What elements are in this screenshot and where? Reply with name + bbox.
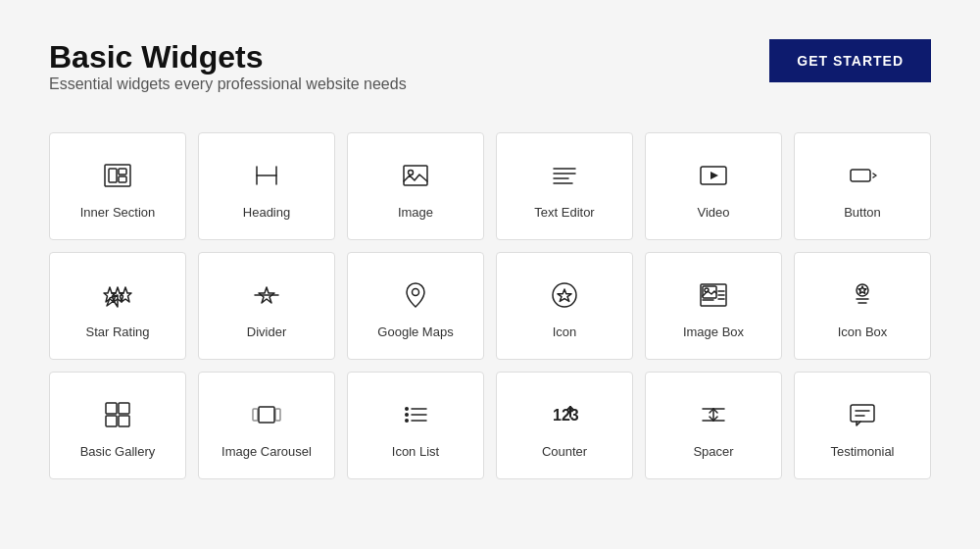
icon-list-icon bbox=[400, 399, 431, 444]
text-editor-icon bbox=[549, 160, 580, 205]
widget-card-google-maps[interactable]: Google Maps bbox=[347, 252, 484, 360]
svg-rect-38 bbox=[106, 416, 117, 426]
inner-section-label: Inner Section bbox=[80, 205, 156, 220]
widget-card-button[interactable]: Button bbox=[794, 132, 931, 240]
svg-rect-41 bbox=[253, 409, 258, 421]
page-header: Basic Widgets Essential widgets every pr… bbox=[49, 39, 931, 123]
heading-label: Heading bbox=[243, 205, 290, 220]
widget-card-inner-section[interactable]: Inner Section bbox=[49, 132, 186, 240]
svg-point-45 bbox=[405, 413, 409, 417]
svg-rect-1 bbox=[109, 169, 117, 182]
video-icon bbox=[698, 160, 729, 205]
spacer-icon bbox=[698, 399, 729, 444]
counter-icon: 123 bbox=[549, 399, 580, 444]
svg-rect-36 bbox=[106, 403, 117, 414]
widget-card-image[interactable]: Image bbox=[347, 132, 484, 240]
text-editor-label: Text Editor bbox=[534, 205, 594, 220]
widget-card-divider[interactable]: Divider bbox=[198, 252, 335, 360]
image-box-icon bbox=[698, 279, 729, 324]
widget-card-spacer[interactable]: Spacer bbox=[645, 372, 782, 479]
widgets-grid: Inner SectionHeadingImageText EditorVide… bbox=[49, 132, 931, 479]
svg-point-43 bbox=[405, 407, 409, 411]
svg-point-47 bbox=[405, 419, 409, 423]
widget-card-icon[interactable]: Icon bbox=[496, 252, 633, 360]
svg-rect-60 bbox=[851, 405, 874, 422]
divider-label: Divider bbox=[247, 324, 286, 339]
svg-rect-40 bbox=[259, 407, 274, 423]
icon-box-label: Icon Box bbox=[838, 324, 888, 339]
spacer-label: Spacer bbox=[693, 444, 733, 459]
image-carousel-icon bbox=[251, 399, 282, 444]
button-label: Button bbox=[844, 205, 881, 220]
divider-icon bbox=[251, 279, 282, 324]
widget-card-testimonial[interactable]: Testimonial bbox=[794, 372, 931, 479]
svg-rect-2 bbox=[119, 169, 126, 175]
widget-card-icon-box[interactable]: Icon Box bbox=[794, 252, 931, 360]
google-maps-icon bbox=[400, 279, 431, 324]
image-icon bbox=[400, 160, 431, 205]
widget-card-star-rating[interactable]: Star Rating bbox=[49, 252, 186, 360]
icon-label: Icon bbox=[553, 324, 577, 339]
svg-point-8 bbox=[409, 170, 414, 175]
icon-icon bbox=[549, 279, 580, 324]
star-rating-label: Star Rating bbox=[85, 324, 149, 339]
testimonial-icon bbox=[847, 399, 878, 444]
icon-box-icon bbox=[847, 279, 878, 324]
google-maps-label: Google Maps bbox=[377, 324, 453, 339]
basic-gallery-icon bbox=[102, 399, 133, 444]
inner-section-icon bbox=[102, 160, 133, 205]
svg-marker-19 bbox=[120, 287, 131, 302]
widget-card-video[interactable]: Video bbox=[645, 132, 782, 240]
counter-label: Counter bbox=[542, 444, 587, 459]
image-box-label: Image Box bbox=[683, 324, 744, 339]
widget-card-icon-list[interactable]: Icon List bbox=[347, 372, 484, 479]
widget-card-text-editor[interactable]: Text Editor bbox=[496, 132, 633, 240]
svg-rect-37 bbox=[119, 403, 129, 414]
widget-card-basic-gallery[interactable]: Basic Gallery bbox=[49, 372, 186, 479]
image-carousel-label: Image Carousel bbox=[221, 444, 312, 459]
widget-card-image-carousel[interactable]: Image Carousel bbox=[198, 372, 335, 479]
testimonial-label: Testimonial bbox=[830, 444, 894, 459]
star-rating-icon bbox=[102, 279, 133, 324]
page-title: Basic Widgets bbox=[49, 39, 407, 75]
svg-rect-15 bbox=[851, 170, 870, 181]
svg-rect-7 bbox=[404, 166, 427, 185]
get-started-button[interactable]: GET STARTED bbox=[769, 39, 931, 82]
page-subtitle: Essential widgets every professional web… bbox=[49, 75, 407, 93]
svg-rect-42 bbox=[275, 409, 280, 421]
video-label: Video bbox=[697, 205, 729, 220]
widget-card-image-box[interactable]: Image Box bbox=[645, 252, 782, 360]
widget-card-heading[interactable]: Heading bbox=[198, 132, 335, 240]
svg-rect-3 bbox=[119, 176, 126, 182]
svg-point-23 bbox=[553, 283, 576, 307]
svg-text:123: 123 bbox=[553, 407, 579, 424]
widget-card-counter[interactable]: 123Counter bbox=[496, 372, 633, 479]
basic-gallery-label: Basic Gallery bbox=[80, 444, 156, 459]
svg-point-22 bbox=[413, 288, 419, 295]
svg-marker-24 bbox=[558, 289, 571, 301]
heading-icon bbox=[251, 160, 282, 205]
svg-marker-14 bbox=[710, 172, 718, 179]
button-icon bbox=[847, 160, 878, 205]
image-label: Image bbox=[398, 205, 433, 220]
icon-list-label: Icon List bbox=[392, 444, 439, 459]
svg-marker-33 bbox=[858, 286, 866, 293]
svg-rect-39 bbox=[119, 416, 129, 426]
